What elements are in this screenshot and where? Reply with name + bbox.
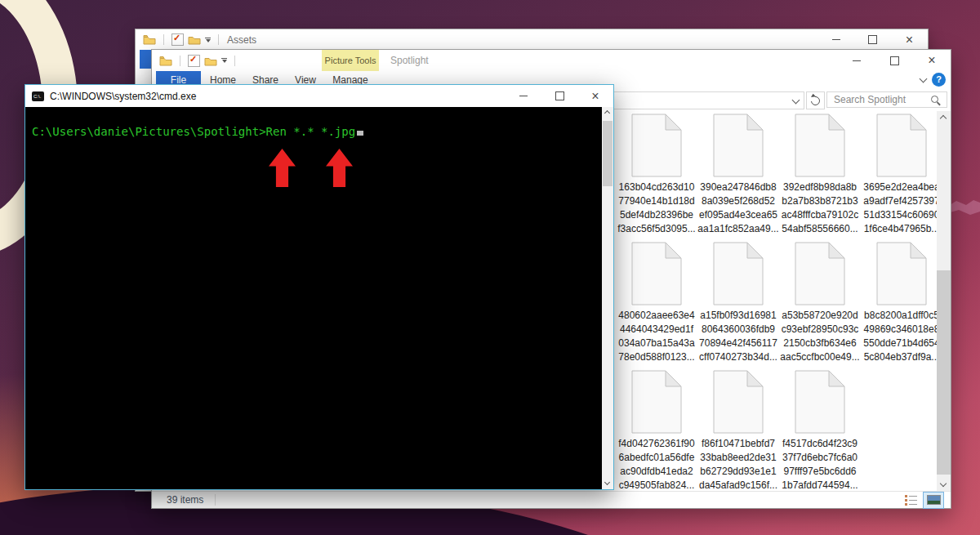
search-placeholder: Search Spotlight [834, 94, 906, 105]
cmd-window-controls [506, 85, 613, 107]
divider [234, 56, 235, 66]
close-button[interactable] [913, 50, 951, 71]
file-item[interactable]: 163b04cd263d10 77940e14b1d18d 5def4db283… [616, 114, 697, 242]
cmd-icon [32, 91, 44, 101]
cmd-window-title: C:\WINDOWS\system32\cmd.exe [50, 91, 196, 102]
refresh-button[interactable] [806, 91, 825, 109]
console-area[interactable]: C:\Users\danie\Pictures\Spotlight>Ren *.… [25, 107, 613, 489]
divider [215, 494, 216, 506]
minimize-button[interactable] [506, 85, 541, 107]
file-icon [631, 370, 682, 434]
file-item[interactable]: f4d042762361f90 6abedfc01a56dfe ac90dfdb… [616, 370, 697, 491]
console-cursor [357, 131, 363, 136]
file-item[interactable]: a53b58720e920d c93ebf28950c93c 2150cb3fb… [779, 242, 861, 370]
file-item[interactable]: 480602aaee63e4 4464043429ed1f 034a07ba15… [616, 242, 697, 370]
divider [218, 34, 219, 45]
file-item[interactable]: f4517dc6d4f23c9 37f7d6ebc7fc6a0 97fff97e… [779, 370, 861, 491]
file-item[interactable]: b8c8200a1dff0c5 49869c346018e8 550dde71b… [861, 242, 937, 370]
file-item[interactable]: a15fb0f93d16981 8064360036fdb9 70894e42f… [697, 242, 779, 370]
help-icon[interactable] [932, 73, 946, 87]
console-scrollbar[interactable] [602, 107, 613, 489]
maximize-button[interactable] [541, 85, 577, 107]
spotlight-titlebar: Picture Tools Spotlight [152, 50, 951, 71]
file-name: 392edf8b98da8b b2a7b83b8721b3 ac48fffcba… [779, 181, 861, 236]
file-name: a15fb0f93d16981 8064360036fdb9 70894e42f… [697, 309, 779, 364]
maximize-button[interactable] [854, 29, 891, 50]
file-icon [713, 370, 764, 434]
file-name: f86f10471bebfd7 33bab8eed2de31 b62729dd9… [697, 437, 779, 491]
cmd-titlebar: C:\WINDOWS\system32\cmd.exe [25, 85, 613, 107]
assets-titlebar: Assets [136, 29, 928, 50]
file-icon [876, 114, 927, 177]
scroll-up-icon[interactable] [940, 115, 947, 122]
quick-access-toolbar [152, 55, 238, 67]
file-icon [713, 242, 764, 305]
refresh-icon [809, 94, 822, 106]
desktop: Assets File Picture Tools Spotlight [0, 0, 980, 535]
divider [180, 56, 180, 66]
address-dropdown-chevron-icon[interactable] [792, 96, 800, 105]
console-prompt: C:\Users\danie\Pictures\Spotlight>Ren *.… [32, 125, 363, 138]
file-name: a53b58720e920d c93ebf28950c93c 2150cb3fb… [779, 309, 861, 364]
folder-icon[interactable] [204, 56, 217, 66]
spotlight-window-title: Spotlight [390, 50, 429, 71]
file-name: f4d042762361f90 6abedfc01a56dfe ac90dfdb… [616, 437, 697, 491]
file-name: 480602aaee63e4 4464043429ed1f 034a07ba15… [616, 309, 697, 364]
folder-icon[interactable] [188, 34, 201, 45]
file-name: 163b04cd263d10 77940e14b1d18d 5def4db283… [616, 181, 697, 236]
checkbox-icon[interactable] [188, 55, 200, 67]
picture-tools-contextual-tab[interactable]: Picture Tools [322, 50, 379, 71]
file-icon [631, 242, 682, 305]
details-view-icon[interactable] [905, 495, 918, 506]
file-item[interactable]: f86f10471bebfd7 33bab8eed2de31 b62729dd9… [697, 370, 779, 491]
close-button[interactable] [577, 85, 613, 107]
scrollbar-thumb[interactable] [937, 270, 951, 475]
assets-window-title: Assets [227, 34, 256, 46]
divider [163, 34, 164, 45]
cmd-window: C:\WINDOWS\system32\cmd.exe C:\Users\dan… [24, 84, 614, 490]
close-button[interactable] [891, 29, 928, 50]
thumbnail-view-icon[interactable] [923, 492, 944, 509]
folder-icon [159, 56, 172, 66]
qat-dropdown-caret-icon[interactable] [205, 38, 211, 42]
minimize-button[interactable] [817, 29, 854, 50]
file-item[interactable]: 390ea247846db8 8a039e5f268d52 ef095ad4e3… [697, 114, 779, 242]
assets-window-controls [817, 29, 928, 50]
file-icon [876, 242, 927, 305]
file-icon [795, 242, 845, 305]
search-input[interactable]: Search Spotlight [826, 91, 947, 108]
file-icon [631, 114, 682, 177]
file-icon [713, 114, 764, 177]
scroll-down-icon[interactable] [604, 479, 610, 485]
search-icon [931, 96, 938, 103]
file-item[interactable]: 392edf8b98da8b b2a7b83b8721b3 ac48fffcba… [779, 114, 861, 242]
minimize-button[interactable] [838, 50, 875, 71]
scroll-up-icon[interactable] [604, 110, 610, 116]
ridge-shape [947, 200, 980, 215]
checkbox-icon[interactable] [172, 33, 184, 46]
spotlight-window-controls [838, 50, 951, 71]
items-count: 39 items [152, 494, 203, 506]
file-icon [795, 114, 845, 177]
file-icon [795, 370, 845, 434]
scrollbar-thumb[interactable] [603, 121, 612, 186]
quick-access-toolbar [136, 33, 222, 46]
status-bar: 39 items [152, 491, 951, 508]
view-toggles [905, 492, 951, 509]
explorer-scrollbar[interactable] [937, 111, 951, 491]
file-name: 3695e2d2ea4bea a9adf7ef4257397 51d33154c… [861, 181, 937, 236]
qat-dropdown-caret-icon[interactable] [221, 58, 227, 63]
file-name: f4517dc6d4f23c9 37f7d6ebc7fc6a0 97fff97e… [779, 437, 861, 491]
folder-icon [143, 34, 156, 45]
file-name: b8c8200a1dff0c5 49869c346018e8 550dde71b… [861, 309, 937, 364]
file-item[interactable]: 3695e2d2ea4bea a9adf7ef4257397 51d33154c… [861, 114, 937, 242]
scroll-down-icon[interactable] [940, 480, 947, 487]
file-name: 390ea247846db8 8a039e5f268d52 ef095ad4e3… [697, 181, 779, 236]
prompt-text: C:\Users\danie\Pictures\Spotlight>Ren *.… [32, 125, 355, 138]
maximize-button[interactable] [875, 50, 913, 71]
file-grid: 163b04cd263d10 77940e14b1d18d 5def4db283… [616, 114, 937, 491]
